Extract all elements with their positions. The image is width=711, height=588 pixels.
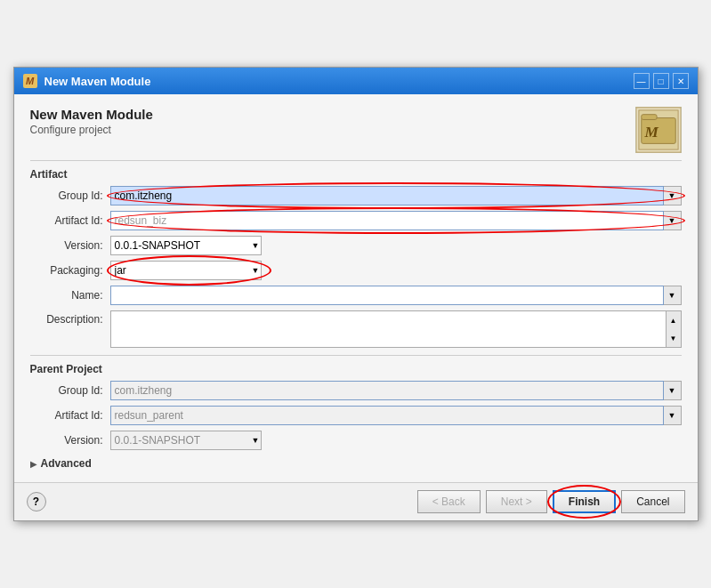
artifact-id-row: Artifact Id: ▼ (30, 211, 682, 230)
name-label: Name: (30, 289, 110, 302)
parent-group-id-dropdown[interactable]: ▼ (664, 381, 682, 400)
name-row: Name: ▼ (30, 286, 682, 305)
description-row: Description: ▲ ▼ (30, 310, 682, 348)
advanced-label: Advanced (41, 457, 92, 470)
footer-left: ? (27, 492, 46, 511)
minimize-button[interactable]: — (634, 73, 650, 89)
maven-logo-icon: M (635, 107, 682, 153)
dialog-header: New Maven Module Configure project M (30, 107, 682, 153)
version-row: Version: 0.0.1-SNAPSHOT ▼ (30, 236, 682, 255)
description-scroll-down[interactable]: ▼ (667, 329, 681, 347)
help-button[interactable]: ? (27, 492, 46, 511)
description-scroll-controls: ▲ ▼ (667, 310, 682, 348)
description-input[interactable] (110, 310, 667, 348)
footer-right: < Back Next > Finish Cancel (417, 490, 685, 513)
version-label: Version: (30, 239, 110, 252)
artifact-section-label: Artifact (30, 168, 682, 181)
header-divider (30, 160, 682, 161)
group-id-input[interactable] (110, 186, 664, 205)
maven-title-icon: M (23, 74, 37, 88)
artifact-id-label: Artifact Id: (30, 214, 110, 227)
new-maven-module-dialog: M New Maven Module — □ ✕ New Maven Modul… (13, 67, 699, 521)
parent-group-id-label: Group Id: (30, 384, 110, 397)
group-id-label: Group Id: (30, 189, 110, 202)
section-divider (30, 355, 682, 356)
group-id-dropdown[interactable]: ▼ (664, 186, 682, 205)
dialog-header-text: New Maven Module Configure project (30, 107, 153, 136)
maximize-button[interactable]: □ (653, 73, 669, 89)
description-scroll-up[interactable]: ▲ (667, 311, 681, 329)
svg-text:M: M (643, 124, 658, 141)
parent-artifact-id-input[interactable] (110, 406, 664, 425)
parent-version-select[interactable]: 0.0.1-SNAPSHOT (110, 431, 262, 450)
parent-project-section: Parent Project Group Id: ▼ Artifact Id: … (30, 363, 682, 450)
dialog-main-title: New Maven Module (30, 107, 153, 122)
svg-rect-5 (641, 115, 656, 120)
version-select[interactable]: 0.0.1-SNAPSHOT (110, 236, 262, 255)
parent-artifact-id-row: Artifact Id: ▼ (30, 406, 682, 425)
finish-button[interactable]: Finish (553, 490, 616, 513)
dialog-footer: ? < Back Next > Finish Cancel (14, 482, 698, 520)
svg-text:M: M (26, 76, 35, 86)
dialog-subtitle: Configure project (30, 124, 153, 136)
parent-group-id-input[interactable] (110, 381, 664, 400)
artifact-id-dropdown[interactable]: ▼ (664, 211, 682, 230)
description-wrapper: ▲ ▼ (110, 310, 682, 348)
packaging-row: Packaging: jar war pom ear ▼ (30, 261, 682, 280)
parent-group-id-row: Group Id: ▼ (30, 381, 682, 400)
parent-section-label: Parent Project (30, 363, 682, 375)
parent-version-row: Version: 0.0.1-SNAPSHOT ▼ (30, 431, 682, 450)
parent-version-label: Version: (30, 434, 110, 447)
description-label: Description: (30, 310, 110, 326)
back-button[interactable]: < Back (417, 490, 481, 513)
next-button[interactable]: Next > (486, 490, 547, 513)
title-bar-left: M New Maven Module (23, 74, 151, 88)
cancel-button[interactable]: Cancel (621, 490, 684, 513)
title-bar-controls: — □ ✕ (634, 73, 689, 89)
packaging-select[interactable]: jar war pom ear (110, 261, 262, 280)
parent-artifact-id-label: Artifact Id: (30, 409, 110, 422)
name-dropdown[interactable]: ▼ (664, 286, 682, 305)
group-id-row: Group Id: ▼ (30, 186, 682, 205)
title-bar-title: New Maven Module (44, 75, 151, 88)
advanced-section[interactable]: ▶ Advanced (30, 457, 682, 470)
parent-artifact-id-dropdown[interactable]: ▼ (664, 406, 682, 425)
close-button[interactable]: ✕ (673, 73, 689, 89)
advanced-arrow-icon: ▶ (30, 459, 37, 469)
dialog-body: New Maven Module Configure project M Art… (14, 94, 698, 482)
name-input[interactable] (110, 286, 664, 305)
packaging-label: Packaging: (30, 264, 110, 277)
artifact-section: Artifact Group Id: ▼ Artifact Id: ▼ (30, 168, 682, 348)
artifact-id-input[interactable] (110, 211, 664, 230)
title-bar: M New Maven Module — □ ✕ (14, 68, 698, 94)
